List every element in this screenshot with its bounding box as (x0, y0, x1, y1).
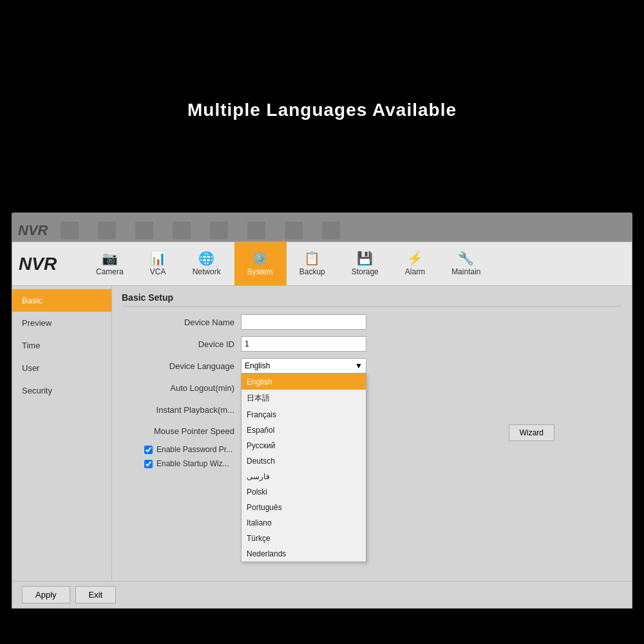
app-window: NVR 📷 Camera 📊 VCA 🌐 Network ⚙️ System 📋… (12, 242, 632, 609)
nav-item-network[interactable]: 🌐 Network (180, 242, 234, 285)
system-icon: ⚙️ (252, 252, 268, 265)
ghost-icon-7 (285, 222, 303, 240)
ghost-logo: NVR (18, 222, 48, 239)
ghost-icon-4 (173, 222, 191, 240)
device-id-input[interactable] (241, 336, 366, 352)
ghost-icon-3 (135, 222, 153, 240)
auto-logout-row: Auto Logout(min) (122, 380, 622, 395)
sidebar: Basic Preview Time User Security (12, 286, 112, 581)
nav-item-system[interactable]: ⚙️ System (234, 242, 287, 285)
lang-option-french[interactable]: Français (242, 407, 366, 422)
lang-option-italian[interactable]: Italiano (242, 515, 366, 531)
language-selected-value: English (245, 361, 270, 370)
device-language-label: Device Language (122, 361, 241, 371)
maintain-icon: 🔧 (458, 252, 474, 265)
exit-button[interactable]: Exit (75, 586, 117, 603)
language-select-display[interactable]: English ▼ (241, 358, 366, 374)
nav-label-maintain: Maintain (451, 267, 480, 276)
sidebar-item-preview[interactable]: Preview (12, 312, 111, 334)
nav-label-vca: VCA (150, 267, 166, 276)
device-language-control: English ▼ English 日本語 Français Español Р… (241, 358, 366, 374)
nav-item-vca[interactable]: 📊 VCA (137, 242, 180, 285)
main-content: Basic Setup Device Name Device ID Device… (112, 286, 632, 581)
bottom-bar: Apply Exit (12, 581, 632, 608)
auto-logout-label: Auto Logout(min) (122, 383, 241, 393)
vca-icon: 📊 (150, 252, 166, 265)
enable-password-checkbox[interactable] (144, 446, 153, 454)
content-area: Basic Preview Time User Security Basic S… (12, 286, 632, 581)
device-name-label: Device Name (122, 317, 241, 327)
lang-option-german[interactable]: Deutsch (242, 453, 366, 469)
nav-label-storage: Storage (352, 267, 379, 276)
backup-icon: 📋 (304, 252, 320, 265)
nav-item-maintain[interactable]: 🔧 Maintain (439, 242, 494, 285)
language-dropdown: English 日本語 Français Español Русский Deu… (241, 374, 366, 562)
instant-playback-row: Instant Playback(m... (122, 402, 622, 417)
device-name-input[interactable] (241, 314, 366, 330)
nav-item-alarm[interactable]: ⚡ Alarm (392, 242, 439, 285)
device-name-row: Device Name (122, 314, 622, 330)
dropdown-arrow-icon: ▼ (355, 361, 363, 370)
top-nav: NVR 📷 Camera 📊 VCA 🌐 Network ⚙️ System 📋… (12, 242, 632, 286)
lang-option-dutch[interactable]: Nederlands (242, 546, 366, 562)
device-name-control (241, 314, 366, 330)
lang-option-japanese[interactable]: 日本語 (242, 390, 366, 407)
sidebar-item-security[interactable]: Security (12, 379, 111, 402)
nav-label-network: Network (193, 267, 221, 276)
apply-button[interactable]: Apply (22, 586, 70, 603)
instant-playback-label: Instant Playback(m... (122, 405, 241, 415)
camera-icon: 📷 (102, 252, 118, 265)
nav-items: 📷 Camera 📊 VCA 🌐 Network ⚙️ System 📋 Bac… (83, 242, 494, 285)
nav-label-backup: Backup (299, 267, 325, 276)
enable-startup-row: Enable Startup Wiz... (122, 459, 622, 468)
device-language-row: Device Language English ▼ English 日本語 Fr… (122, 358, 622, 374)
app-logo: NVR (19, 254, 70, 274)
hero-title: Multiple Languages Available (0, 100, 644, 120)
lang-option-spanish[interactable]: Español (242, 422, 366, 438)
ghost-icon-2 (98, 222, 116, 240)
nav-label-alarm: Alarm (405, 267, 425, 276)
enable-password-label: Enable Password Pr... (156, 445, 232, 454)
language-select-wrapper: English ▼ English 日本語 Français Español Р… (241, 358, 366, 374)
section-title: Basic Setup (122, 292, 622, 307)
mouse-pointer-label: Mouse Pointer Speed (122, 426, 241, 436)
device-id-control (241, 336, 366, 352)
alarm-icon: ⚡ (407, 252, 423, 265)
device-id-label: Device ID (122, 339, 241, 349)
lang-option-english[interactable]: English (242, 374, 366, 390)
lang-option-portuguese[interactable]: Português (242, 500, 366, 515)
nav-label-camera: Camera (96, 267, 124, 276)
ghost-icon-1 (61, 222, 79, 240)
wizard-button[interactable]: Wizard (509, 424, 554, 441)
lang-option-turkish[interactable]: Türkçe (242, 531, 366, 546)
lang-option-arabic[interactable]: فارسی (242, 469, 366, 484)
nav-item-camera[interactable]: 📷 Camera (83, 242, 137, 285)
lang-option-polish[interactable]: Polski (242, 484, 366, 500)
network-icon: 🌐 (198, 252, 214, 265)
ghost-icon-5 (210, 222, 228, 240)
enable-password-row: Enable Password Pr... (122, 445, 622, 454)
nav-label-system: System (247, 267, 273, 276)
nav-item-storage[interactable]: 💾 Storage (339, 242, 392, 285)
sidebar-item-user[interactable]: User (12, 357, 111, 379)
ghost-nav-icons (61, 222, 340, 240)
sidebar-item-time[interactable]: Time (12, 334, 111, 357)
enable-startup-checkbox[interactable] (144, 460, 153, 468)
storage-icon: 💾 (357, 252, 373, 265)
device-id-row: Device ID (122, 336, 622, 352)
ghost-icon-8 (322, 222, 340, 240)
sidebar-item-basic[interactable]: Basic (12, 289, 111, 312)
lang-option-russian[interactable]: Русский (242, 438, 366, 453)
nav-item-backup[interactable]: 📋 Backup (287, 242, 339, 285)
ghost-icon-6 (247, 222, 265, 240)
enable-startup-label: Enable Startup Wiz... (156, 459, 229, 468)
